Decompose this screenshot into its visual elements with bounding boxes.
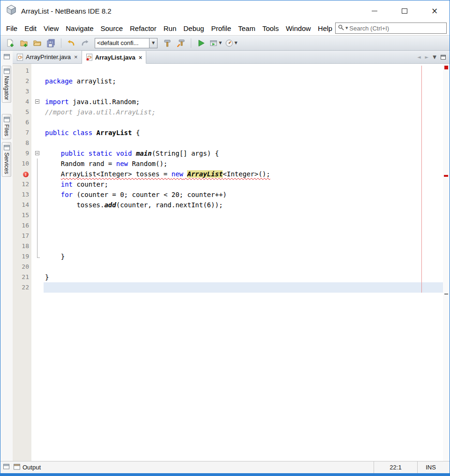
menu-file[interactable]: File [3,23,20,34]
menu-navigate[interactable]: Navigate [63,23,96,34]
menu-team[interactable]: Team [235,23,258,34]
error-stripe-line-error-mark[interactable] [444,175,448,177]
code-line-11[interactable]: ArrayList<Integer> tosses = new ArrayLis… [44,169,443,179]
minimize-button[interactable] [360,0,390,21]
error-stripe-file-error-mark[interactable] [444,66,448,69]
code-line-14[interactable]: tosses.add(counter, rand.nextInt(6)); [44,200,443,210]
menu-refactor[interactable]: Refactor [127,23,159,34]
scroll-tabs-left-icon[interactable]: ◄ [417,54,421,60]
line-number[interactable]: 4 [13,97,31,107]
code-line-20[interactable] [44,262,443,272]
menu-tools[interactable]: Tools [260,23,282,34]
clean-build-project-button[interactable] [175,37,187,49]
code-line-3[interactable] [44,86,443,97]
line-number[interactable]: 21 [13,272,31,282]
code-line-16[interactable] [44,220,443,231]
code-token: static [89,150,112,157]
line-number[interactable]: 8 [13,138,31,148]
search-dropdown-icon[interactable]: ▼ [345,26,348,30]
search-input[interactable] [349,25,444,32]
code-line-6[interactable] [44,117,443,128]
code-area[interactable]: package arraylist;import java.util.Rando… [44,64,443,461]
line-number[interactable]: 12 [13,179,31,189]
menu-window[interactable]: Window [283,23,314,34]
menu-run[interactable]: Run [161,23,180,34]
close-tab-icon[interactable]: × [74,53,78,60]
profile-project-dropdown-icon[interactable]: ▼ [234,41,237,45]
line-number[interactable]: 6 [13,117,31,128]
save-all-button[interactable] [45,37,57,49]
open-project-button[interactable] [31,37,44,49]
close-button[interactable]: × [420,0,450,21]
line-number[interactable]: ! [13,169,31,179]
menu-profile[interactable]: Profile [208,23,234,34]
code-line-19[interactable]: } [44,251,443,262]
line-number[interactable]: 19 [13,251,31,262]
dock-pin-icon[interactable] [4,53,10,61]
error-stripe[interactable] [443,64,450,461]
code-line-22[interactable] [44,282,443,293]
error-badge-icon[interactable]: ! [23,172,29,177]
line-number[interactable]: 7 [13,128,31,138]
line-number[interactable]: 13 [13,189,31,200]
code-line-18[interactable] [44,241,443,251]
line-number[interactable]: 20 [13,262,31,272]
line-number[interactable]: 16 [13,220,31,231]
search-box[interactable]: ▼ [335,23,447,34]
close-tab-icon[interactable]: × [139,54,142,61]
code-line-12[interactable]: int counter; [44,179,443,189]
menu-debug[interactable]: Debug [180,23,207,34]
menu-edit[interactable]: Edit [22,23,39,34]
code-line-4[interactable]: import java.util.Random; [44,97,443,107]
maximize-editor-icon[interactable] [441,53,446,61]
line-number[interactable]: 3 [13,86,31,97]
code-line-2[interactable]: package arraylist; [44,76,443,86]
sidebar-tab-files[interactable]: Files [2,114,11,139]
config-dropdown[interactable]: <default confi... ▼ [95,38,158,48]
new-file-button[interactable] [4,37,16,49]
line-number[interactable]: 17 [13,231,31,241]
menu-view[interactable]: View [41,23,61,34]
line-number[interactable]: 2 [13,76,31,86]
code-line-21[interactable]: } [44,272,443,282]
code-line-1[interactable] [44,66,443,76]
debug-project-button[interactable]: ▼ [209,37,223,49]
redo-button[interactable] [79,37,91,49]
code-line-10[interactable]: Random rand = new Random(); [44,159,443,169]
code-line-5[interactable]: //mport java.util.ArrayList; [44,107,443,117]
line-number[interactable]: 14 [13,200,31,210]
line-number[interactable]: 22 [13,282,31,293]
code-line-9[interactable]: public static void main(String[] args) { [44,148,443,159]
tab-arraylist-java[interactable]: ArrayList.java× [82,51,147,64]
code-line-13[interactable]: for (counter = 0; counter < 20; counter+… [44,189,443,200]
tab-arrayprinter-java[interactable]: ArrayPrinter.java× [13,51,82,63]
sidebar-tab-navigator[interactable]: Navigator [2,66,11,103]
line-number[interactable]: 10 [13,159,31,169]
debug-project-dropdown-icon[interactable]: ▼ [219,41,222,45]
profile-project-button[interactable]: ▼ [224,37,238,49]
line-number[interactable]: 1 [13,66,31,76]
scroll-tabs-right-icon[interactable]: ► [425,54,429,60]
code-line-15[interactable] [44,210,443,220]
code-line-8[interactable] [44,138,443,148]
sidebar-tab-services[interactable]: Services [2,142,11,177]
menu-source[interactable]: Source [98,23,126,34]
build-project-button[interactable] [161,37,173,49]
line-number[interactable]: 15 [13,210,31,220]
fold-collapse-icon[interactable] [35,99,39,104]
menu-help[interactable]: Help [315,23,335,34]
code-line-17[interactable] [44,231,443,241]
run-project-button[interactable] [195,37,207,49]
dock-icon[interactable] [3,464,9,471]
undo-button[interactable] [65,37,77,49]
config-dropdown-button[interactable]: ▼ [149,38,157,48]
line-number[interactable]: 5 [13,107,31,117]
code-line-7[interactable]: public class ArrayList { [44,128,443,138]
line-number[interactable]: 9 [13,148,31,159]
new-project-button[interactable] [18,37,30,49]
output-tab[interactable]: Output [14,464,41,471]
maximize-button[interactable] [390,0,420,21]
line-number[interactable]: 18 [13,241,31,251]
fold-collapse-icon[interactable] [35,151,39,155]
tab-list-icon[interactable]: ▼ [433,54,436,60]
